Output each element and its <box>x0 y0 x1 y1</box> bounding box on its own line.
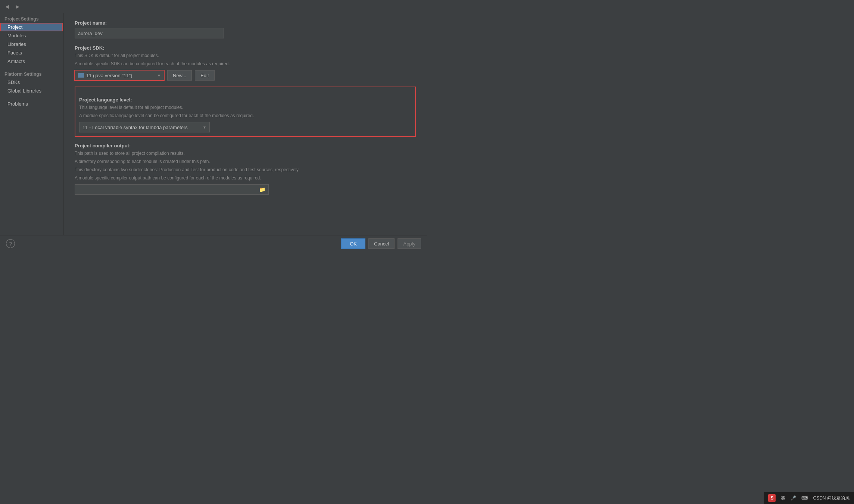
project-sdk-desc2: A module specific SDK can be configured … <box>75 60 416 67</box>
sdk-row: 11 (java version "11") ▼ New... Edit <box>75 70 416 81</box>
sidebar-item-global-libraries[interactable]: Global Libraries <box>0 87 63 95</box>
compiler-output-field: 📁 <box>75 184 269 195</box>
apply-button[interactable]: Apply <box>398 238 421 249</box>
top-nav: ◀ ▶ <box>0 0 427 13</box>
project-name-input[interactable] <box>75 28 224 38</box>
bottom-bar: ? OK Cancel Apply <box>0 235 427 252</box>
language-desc1: This language level is default for all p… <box>79 104 411 111</box>
compiler-desc4: A module specific compiler output path c… <box>75 175 416 181</box>
sdk-dropdown[interactable]: 11 (java version "11") ▼ <box>75 70 164 81</box>
sidebar-item-artifacts[interactable]: Artifacts <box>0 57 63 66</box>
sdk-edit-button[interactable]: Edit <box>195 70 214 81</box>
folder-browse-button[interactable]: 📁 <box>259 187 265 192</box>
sidebar: Project Settings Project Modules Librari… <box>0 13 63 235</box>
compiler-desc3: This directory contains two subdirectori… <box>75 166 416 173</box>
project-sdk-desc1: This SDK is default for all project modu… <box>75 52 416 59</box>
content-area: Project name: Project SDK: This SDK is d… <box>63 13 427 235</box>
sidebar-item-project[interactable]: Project <box>0 23 63 31</box>
sdk-new-button[interactable]: New... <box>167 70 192 81</box>
sdk-selected-value: 11 (java version "11") <box>86 73 132 78</box>
back-button[interactable]: ◀ <box>3 2 11 10</box>
sidebar-item-facets[interactable]: Facets <box>0 48 63 57</box>
compiler-section: Project compiler output: This path is us… <box>75 143 416 195</box>
sidebar-item-libraries[interactable]: Libraries <box>0 40 63 48</box>
project-settings-section: Project Settings <box>0 14 63 23</box>
compiler-output-label: Project compiler output: <box>75 143 416 148</box>
compiler-desc2: A directory corresponding to each module… <box>75 158 416 165</box>
sdk-dropdown-inner: 11 (java version "11") <box>78 73 132 78</box>
language-section: Project language level: This language le… <box>75 87 416 137</box>
language-level-label: Project language level: <box>79 97 411 103</box>
forward-button[interactable]: ▶ <box>13 2 22 10</box>
language-dropdown-arrow: ▼ <box>203 125 206 129</box>
cancel-button[interactable]: Cancel <box>368 238 395 249</box>
sidebar-item-problems[interactable]: Problems <box>0 100 63 108</box>
platform-settings-section: Platform Settings <box>0 69 63 78</box>
project-sdk-label: Project SDK: <box>75 45 416 51</box>
project-name-label: Project name: <box>75 20 416 26</box>
help-button[interactable]: ? <box>6 239 15 248</box>
bottom-right-buttons: OK Cancel Apply <box>341 238 421 249</box>
sidebar-item-sdks[interactable]: SDKs <box>0 78 63 87</box>
language-desc2: A module specific language level can be … <box>79 112 411 119</box>
language-selected-value: 11 - Local variable syntax for lambda pa… <box>82 125 188 130</box>
ok-button[interactable]: OK <box>341 238 365 249</box>
main-area: Project Settings Project Modules Librari… <box>0 13 427 235</box>
sidebar-item-modules[interactable]: Modules <box>0 31 63 40</box>
sdk-dropdown-arrow: ▼ <box>157 73 161 78</box>
language-dropdown[interactable]: 11 - Local variable syntax for lambda pa… <box>79 122 210 132</box>
sdk-java-icon <box>78 73 84 78</box>
compiler-desc1: This path is used to store all project c… <box>75 150 416 157</box>
